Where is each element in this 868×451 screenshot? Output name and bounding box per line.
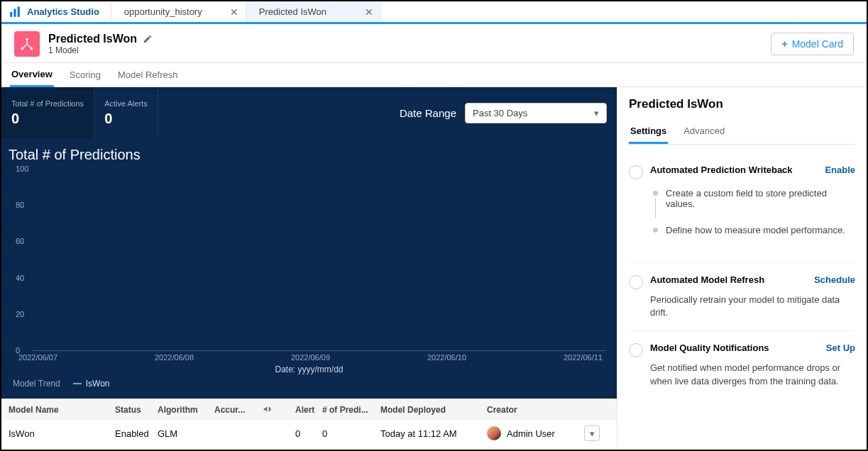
- x-axis-ticks: 2022/06/07 2022/06/08 2022/06/09 2022/06…: [9, 350, 610, 362]
- svg-point-3: [26, 38, 28, 41]
- app-home-label: Analytics Studio: [27, 6, 99, 17]
- tab-label: Predicted IsWon: [259, 6, 326, 17]
- th-model-name[interactable]: Model Name: [9, 405, 115, 415]
- y-tick: 100: [16, 165, 28, 173]
- status-indicator-empty: [629, 343, 643, 357]
- page-header: Predicted IsWon 1 Model + Model Card: [1, 24, 867, 63]
- app-home-tab[interactable]: Analytics Studio: [1, 1, 111, 22]
- chart-canvas[interactable]: 100 80 60 40 20 0: [11, 169, 610, 350]
- tab-label: opportunity_history: [124, 6, 202, 17]
- chevron-down-icon: ▾: [590, 428, 595, 439]
- model-manager-icon: [14, 31, 40, 57]
- tab-settings[interactable]: Settings: [629, 121, 668, 144]
- cell-predictions: 0: [322, 428, 380, 439]
- chart-area: Total # of Predictions 100 80 60 40 20 0…: [1, 138, 617, 399]
- th-status[interactable]: Status: [115, 405, 158, 415]
- row-actions-button[interactable]: ▾: [584, 425, 600, 441]
- th-accuracy[interactable]: Accur...: [214, 405, 263, 415]
- legend-series[interactable]: IsWon: [73, 379, 110, 389]
- cell-status: Enabled: [115, 428, 158, 439]
- close-icon[interactable]: ✕: [230, 7, 238, 17]
- svg-rect-1: [14, 9, 16, 16]
- date-range-dropdown[interactable]: Past 30 Days ▾: [465, 103, 607, 123]
- th-alerts-icon[interactable]: [263, 404, 295, 416]
- cell-alerts: 0: [295, 428, 322, 439]
- right-panel: Predicted IsWon Settings Advanced Automa…: [617, 87, 867, 446]
- page-sub-tabs: Overview Scoring Model Refresh: [1, 63, 867, 87]
- model-card-button-label: Model Card: [792, 38, 843, 50]
- page-subtitle: 1 Model: [48, 45, 153, 55]
- enable-link[interactable]: Enable: [825, 165, 855, 175]
- schedule-link[interactable]: Schedule: [814, 274, 855, 285]
- set-up-link[interactable]: Set Up: [826, 343, 855, 353]
- setting-title: Model Quality Notifications: [650, 343, 769, 353]
- creator-name: Admin User: [507, 428, 555, 439]
- legend-swatch: [73, 383, 82, 384]
- stat-total-predictions[interactable]: Total # of Predictions 0: [1, 87, 94, 138]
- tab-advanced[interactable]: Advanced: [682, 121, 726, 144]
- y-tick: 20: [16, 310, 24, 318]
- tab-model-refresh[interactable]: Model Refresh: [116, 63, 180, 87]
- stat-label: Total # of Predictions: [11, 99, 84, 108]
- tab-overview[interactable]: Overview: [10, 63, 54, 87]
- th-predictions[interactable]: # of Predi...: [322, 405, 380, 415]
- y-tick: 40: [16, 274, 24, 282]
- x-tick: 2022/06/07: [18, 353, 57, 362]
- table-row[interactable]: IsWon Enabled GLM 0 0 Today at 11:12 AM …: [1, 421, 617, 446]
- setting-title: Automated Prediction Writeback: [650, 165, 793, 175]
- th-creator[interactable]: Creator: [487, 405, 584, 415]
- right-panel-tabs: Settings Advanced: [629, 121, 855, 145]
- table-header: Model Name Status Algorithm Accur... Ale…: [1, 399, 617, 421]
- model-card-button[interactable]: + Model Card: [771, 33, 854, 55]
- right-panel-title: Predicted IsWon: [629, 97, 855, 111]
- close-icon[interactable]: ✕: [365, 7, 373, 17]
- x-tick: 2022/06/10: [427, 353, 466, 362]
- svg-rect-2: [18, 6, 20, 16]
- dashboard-canvas: Total # of Predictions 0 Active Alerts 0…: [1, 87, 617, 399]
- setting-writeback: Automated Prediction Writeback Enable Cr…: [629, 153, 855, 263]
- date-range-label: Date Range: [400, 107, 456, 119]
- writeback-step: Define how to measure model performance.: [650, 225, 855, 235]
- page-title-row: Predicted IsWon: [48, 33, 153, 45]
- th-algorithm[interactable]: Algorithm: [158, 405, 214, 415]
- chart-title: Total # of Predictions: [9, 147, 610, 163]
- y-tick: 60: [16, 237, 24, 245]
- status-indicator-empty: [629, 275, 643, 289]
- setting-description: Periodically retrain your model to mitig…: [650, 294, 855, 319]
- writeback-steps: Create a custom field to store predicted…: [650, 188, 855, 235]
- svg-rect-0: [10, 12, 12, 17]
- stat-active-alerts[interactable]: Active Alerts 0: [94, 87, 158, 138]
- writeback-step: Create a custom field to store predicted…: [650, 188, 855, 209]
- chevron-down-icon: ▾: [594, 108, 599, 118]
- avatar-icon: [487, 426, 501, 440]
- stat-strip: Total # of Predictions 0 Active Alerts 0…: [1, 87, 617, 138]
- tab-predicted-iswon[interactable]: Predicted IsWon ✕: [246, 1, 381, 22]
- plus-icon: +: [781, 38, 787, 50]
- x-tick: 2022/06/09: [291, 353, 330, 362]
- status-indicator-empty: [629, 165, 643, 179]
- models-table: Model Name Status Algorithm Accur... Ale…: [1, 399, 617, 446]
- setting-description: Get notified when model performance drop…: [650, 362, 855, 387]
- y-tick: 0: [16, 346, 20, 355]
- y-tick: 80: [16, 201, 24, 209]
- dropdown-value: Past 30 Days: [473, 108, 527, 118]
- main-content: Total # of Predictions 0 Active Alerts 0…: [1, 87, 867, 446]
- th-alerts[interactable]: Alert: [295, 405, 322, 415]
- legend-title: Model Trend: [13, 379, 60, 389]
- th-deployed[interactable]: Model Deployed: [380, 405, 487, 415]
- edit-icon[interactable]: [143, 34, 153, 44]
- page-header-left: Predicted IsWon 1 Model: [14, 31, 153, 57]
- setting-refresh: Automated Model Refresh Schedule Periodi…: [629, 263, 855, 331]
- megaphone-icon: [263, 404, 273, 414]
- legend-series-label: IsWon: [86, 379, 110, 389]
- dashboard-panel: Total # of Predictions 0 Active Alerts 0…: [1, 87, 617, 446]
- analytics-icon: [9, 6, 21, 18]
- cell-deployed: Today at 11:12 AM: [380, 428, 487, 439]
- x-tick: 2022/06/08: [155, 353, 194, 362]
- stat-value: 0: [11, 111, 84, 127]
- tab-opportunity-history[interactable]: opportunity_history ✕: [111, 1, 246, 22]
- stat-value: 0: [104, 111, 148, 127]
- cell-algorithm: GLM: [158, 428, 214, 439]
- tab-scoring[interactable]: Scoring: [68, 63, 102, 87]
- x-tick: 2022/06/11: [564, 353, 603, 362]
